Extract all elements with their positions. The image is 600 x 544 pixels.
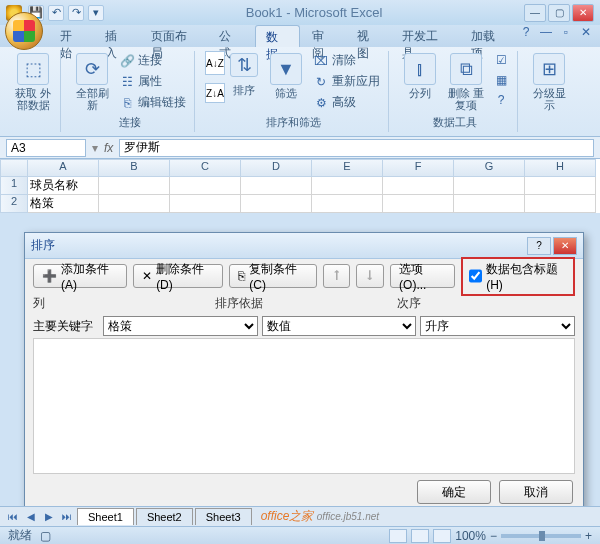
worksheet-grid[interactable]: A B C D E F G H 1球员名称 2格策 (0, 159, 600, 213)
row-header[interactable]: 1 (0, 177, 28, 195)
tab-formulas[interactable]: 公式 (209, 25, 252, 47)
outline-button[interactable]: ⊞分级显示 (528, 51, 570, 113)
sort-levels-body (33, 338, 575, 474)
sort-order-select[interactable]: 升序 (420, 316, 575, 336)
col-header[interactable]: G (454, 159, 525, 177)
redo-icon[interactable]: ↷ (68, 5, 84, 21)
copy-level-button[interactable]: ⎘复制条件(C) (229, 264, 316, 288)
dialog-title: 排序 (31, 237, 525, 254)
connections-button[interactable]: 🔗连接 (117, 51, 188, 70)
col-header[interactable]: F (383, 159, 454, 177)
has-header-checkbox[interactable] (469, 269, 482, 283)
properties-button[interactable]: ☷属性 (117, 72, 188, 91)
normal-view-button[interactable] (389, 529, 407, 543)
cancel-button[interactable]: 取消 (499, 480, 573, 504)
macro-icon[interactable]: ▢ (40, 529, 51, 543)
formula-input[interactable]: 罗伊斯 (119, 139, 594, 157)
doc-minimize-icon[interactable]: — (538, 25, 554, 39)
col-header[interactable]: D (241, 159, 312, 177)
move-up-button[interactable]: 🠕 (323, 264, 351, 288)
filter-button[interactable]: ▼筛选 (265, 51, 307, 101)
ok-button[interactable]: 确定 (417, 480, 491, 504)
advanced-filter-button[interactable]: ⚙高级 (311, 93, 382, 112)
primary-key-label: 主要关键字 (33, 318, 99, 335)
col-header[interactable]: B (99, 159, 170, 177)
help-icon[interactable]: ? (518, 25, 534, 39)
data-validation-button[interactable]: ☑ (491, 51, 511, 69)
name-box[interactable]: A3 (6, 139, 86, 157)
tab-data[interactable]: 数据 (255, 25, 300, 47)
consolidate-button[interactable]: ▦ (491, 71, 511, 89)
whatif-button[interactable]: ? (491, 91, 511, 109)
sort-icon: ⇅ (230, 53, 258, 77)
remove-duplicates-button[interactable]: ⧉删除 重复项 (445, 51, 487, 113)
watermark: office之家 office.jb51.net (261, 508, 379, 525)
tab-home[interactable]: 开始 (50, 25, 93, 47)
row-header[interactable]: 2 (0, 195, 28, 213)
sheet-tab[interactable]: Sheet1 (77, 508, 134, 525)
text-to-columns-button[interactable]: ⫿分列 (399, 51, 441, 101)
add-level-button[interactable]: ➕添加条件(A) (33, 264, 127, 288)
sort-on-select[interactable]: 数值 (262, 316, 417, 336)
doc-close-icon[interactable]: ✕ (578, 25, 594, 39)
maximize-button[interactable]: ▢ (548, 4, 570, 22)
namebox-dropdown-icon[interactable]: ▾ (92, 141, 98, 155)
ribbon: ⬚获取 外部数据 ⟳全部刷新 🔗连接 ☷属性 ⎘编辑链接 连接 A↓Z ⇅ Z↓… (0, 47, 600, 137)
tab-addins[interactable]: 加载项 (461, 25, 516, 47)
col-header[interactable]: C (170, 159, 241, 177)
edit-links-button[interactable]: ⎘编辑链接 (117, 93, 188, 112)
sort-za-icon[interactable]: Z↓A (205, 83, 225, 103)
fx-icon[interactable]: fx (104, 141, 113, 155)
qat-dropdown-icon[interactable]: ▾ (88, 5, 104, 21)
minimize-button[interactable]: — (524, 4, 546, 22)
zoom-out-button[interactable]: − (490, 529, 497, 543)
tab-insert[interactable]: 插入 (95, 25, 138, 47)
dedupe-icon: ⧉ (450, 53, 482, 85)
close-button[interactable]: ✕ (572, 4, 594, 22)
page-break-view-button[interactable] (433, 529, 451, 543)
reapply-button[interactable]: ↻重新应用 (311, 72, 382, 91)
cell[interactable]: 格策 (28, 195, 99, 213)
get-external-data-button[interactable]: ⬚获取 外部数据 (12, 51, 54, 113)
zoom-slider[interactable] (501, 534, 581, 538)
tab-review[interactable]: 审阅 (302, 25, 345, 47)
tab-developer[interactable]: 开发工具 (392, 25, 459, 47)
tab-view[interactable]: 视图 (347, 25, 390, 47)
doc-restore-icon[interactable]: ▫ (558, 25, 574, 39)
sort-az-icon[interactable]: A↓Z (205, 51, 225, 75)
status-text: 就绪 (8, 527, 32, 544)
page-layout-view-button[interactable] (411, 529, 429, 543)
sort-column-select[interactable]: 格策 (103, 316, 258, 336)
office-button[interactable] (5, 12, 43, 50)
copy-icon: ⎘ (238, 269, 245, 283)
cell[interactable]: 球员名称 (28, 177, 99, 195)
refresh-all-button[interactable]: ⟳全部刷新 (71, 51, 113, 113)
sheet-tab[interactable]: Sheet3 (195, 508, 252, 525)
dialog-help-button[interactable]: ? (527, 237, 551, 255)
outline-icon: ⊞ (533, 53, 565, 85)
col-header[interactable]: A (28, 159, 99, 177)
sheet-tab[interactable]: Sheet2 (136, 508, 193, 525)
undo-icon[interactable]: ↶ (48, 5, 64, 21)
next-sheet-button[interactable]: ▶ (40, 509, 58, 525)
options-button[interactable]: 选项(O)... (390, 264, 455, 288)
first-sheet-button[interactable]: ⏮ (4, 509, 22, 525)
delete-level-button[interactable]: ✕删除条件(D) (133, 264, 223, 288)
sheet-tabs-bar: ⏮ ◀ ▶ ⏭ Sheet1 Sheet2 Sheet3 office之家 of… (0, 506, 600, 526)
dialog-close-button[interactable]: ✕ (553, 237, 577, 255)
prev-sheet-button[interactable]: ◀ (22, 509, 40, 525)
tab-pagelayout[interactable]: 页面布局 (141, 25, 208, 47)
link-icon: 🔗 (119, 53, 135, 69)
select-all-corner[interactable] (0, 159, 28, 177)
move-down-button[interactable]: 🠗 (356, 264, 384, 288)
col-header[interactable]: H (525, 159, 596, 177)
clear-filter-button[interactable]: ⌧清除 (311, 51, 382, 70)
sort-dialog: 排序 ? ✕ ➕添加条件(A) ✕删除条件(D) ⎘复制条件(C) 🠕 🠗 选项… (24, 232, 584, 510)
last-sheet-button[interactable]: ⏭ (58, 509, 76, 525)
dialog-titlebar[interactable]: 排序 ? ✕ (25, 233, 583, 259)
whatif-icon: ? (493, 92, 509, 108)
zoom-in-button[interactable]: + (585, 529, 592, 543)
col-header[interactable]: E (312, 159, 383, 177)
zoom-level[interactable]: 100% (455, 529, 486, 543)
sort-button[interactable]: ⇅ (227, 51, 261, 79)
